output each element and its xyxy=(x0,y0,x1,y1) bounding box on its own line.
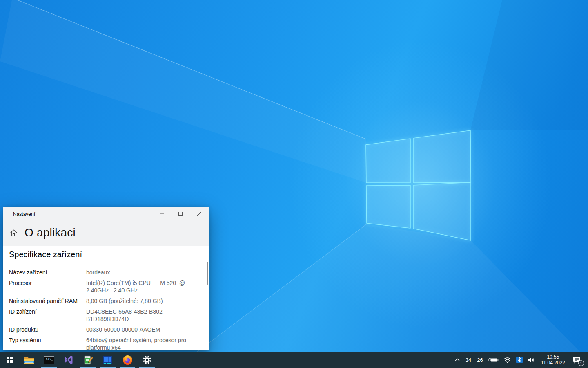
spec-value: DD4C8EEC-55A8-43B2-B802- B1D1898DD74D xyxy=(86,308,198,323)
spec-label: Nainstalovaná paměť RAM xyxy=(9,297,86,305)
chevron-up-icon xyxy=(454,358,460,362)
maximize-button[interactable] xyxy=(171,207,190,220)
volume-button[interactable] xyxy=(525,352,537,368)
taskbar-item-file-explorer[interactable] xyxy=(20,352,39,368)
minimize-button[interactable] xyxy=(152,207,171,220)
spec-label: ID zařízení xyxy=(9,308,86,323)
spec-value: 8,00 GB (použitelné: 7,80 GB) xyxy=(86,297,198,305)
spec-value: 00330-50000-00000-AAOEM xyxy=(86,326,198,333)
visual-studio-icon xyxy=(64,355,74,364)
spec-label: Procesor xyxy=(9,279,86,294)
clock-time: 10:55 xyxy=(547,354,559,360)
clock[interactable]: 10:55 11.04.2022 xyxy=(537,352,569,368)
start-button[interactable] xyxy=(0,352,20,368)
spec-row-device-name: Název zařízení bordeaux xyxy=(9,269,209,276)
file-explorer-icon xyxy=(24,356,35,364)
image-editor-icon xyxy=(84,355,93,365)
notification-badge: 1 xyxy=(578,360,584,366)
spec-value: Intel(R) Core(TM) i5 CPU M 520 @ 2.40GHz… xyxy=(86,279,198,294)
spec-row-product-id: ID produktu 00330-50000-00000-AAOEM xyxy=(9,326,209,333)
action-center-button[interactable]: 1 xyxy=(569,352,586,368)
device-specs-table: Název zařízení bordeaux Procesor Intel(R… xyxy=(9,269,209,350)
spec-label: ID produktu xyxy=(9,326,86,333)
taskbar-item-settings[interactable] xyxy=(137,352,157,368)
settings-window: Nastavení O aplikaci Specifikace zařízen… xyxy=(3,207,209,350)
tray-value-a[interactable]: 34 xyxy=(463,357,474,363)
close-button[interactable] xyxy=(190,207,209,220)
taskbar-item-hardware-monitor[interactable] xyxy=(98,352,118,368)
hardware-monitor-icon xyxy=(103,355,113,364)
command-prompt-icon: C:\_ xyxy=(44,356,54,364)
scrollbar-thumb[interactable] xyxy=(207,262,208,285)
battery-charging-icon xyxy=(488,357,499,363)
minimize-icon xyxy=(159,211,164,216)
taskbar-item-firefox[interactable] xyxy=(118,352,137,368)
tray-chevron-button[interactable] xyxy=(452,352,463,368)
bluetooth-button[interactable] xyxy=(514,352,525,368)
close-icon xyxy=(197,211,202,216)
maximize-icon xyxy=(178,211,183,216)
page-title: O aplikaci xyxy=(24,226,76,239)
windows-logo xyxy=(366,130,471,240)
wifi-icon xyxy=(503,357,511,363)
tray-value-b[interactable]: 26 xyxy=(474,357,486,363)
window-header: Nastavení O aplikaci xyxy=(3,207,209,246)
windows-start-icon xyxy=(7,357,13,364)
home-icon xyxy=(10,229,18,237)
taskbar: C:\_ xyxy=(0,352,588,368)
show-desktop-button[interactable] xyxy=(586,352,588,368)
wifi-button[interactable] xyxy=(501,352,514,368)
spec-row-device-id: ID zařízení DD4C8EEC-55A8-43B2-B802- B1D… xyxy=(9,308,209,323)
page-header: O aplikaci xyxy=(3,220,209,239)
spec-label: Název zařízení xyxy=(9,269,86,276)
spec-value: 64bitový operační systém, procesor pro p… xyxy=(86,337,198,350)
system-tray: 34 26 xyxy=(452,352,588,368)
spec-value: bordeaux xyxy=(86,269,198,276)
bluetooth-icon xyxy=(516,357,523,363)
spec-row-ram: Nainstalovaná paměť RAM 8,00 GB (použite… xyxy=(9,297,209,305)
taskbar-item-image-editor[interactable] xyxy=(78,352,98,368)
settings-gear-icon xyxy=(142,355,152,365)
firefox-icon xyxy=(122,355,133,365)
titlebar[interactable]: Nastavení xyxy=(3,207,209,220)
spec-label: Typ systému xyxy=(9,337,86,350)
taskbar-item-command-prompt[interactable]: C:\_ xyxy=(39,352,59,368)
window-title: Nastavení xyxy=(3,207,152,220)
clock-date: 11.04.2022 xyxy=(541,360,565,366)
spec-row-system-type: Typ systému 64bitový operační systém, pr… xyxy=(9,337,209,350)
battery-button[interactable] xyxy=(486,352,501,368)
section-title: Specifikace zařízení xyxy=(9,250,209,259)
taskbar-item-visual-studio[interactable] xyxy=(59,352,78,368)
about-content: Specifikace zařízení Název zařízení bord… xyxy=(3,246,209,350)
speaker-icon xyxy=(528,357,535,363)
spec-row-processor: Procesor Intel(R) Core(TM) i5 CPU M 520 … xyxy=(9,279,209,294)
